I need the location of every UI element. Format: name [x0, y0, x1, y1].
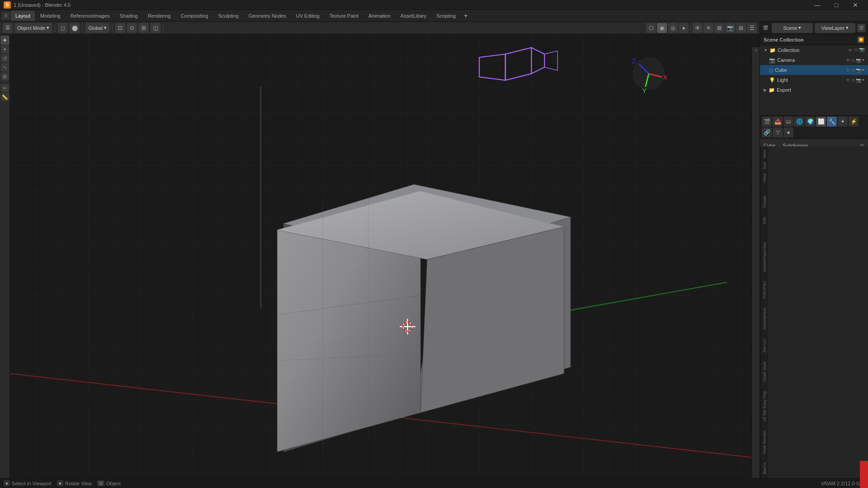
- maximize-button[interactable]: □: [827, 0, 845, 10]
- minimize-button[interactable]: —: [808, 0, 826, 10]
- rendered-button[interactable]: ●: [679, 23, 689, 33]
- light-eye-icon[interactable]: 👁: [846, 78, 850, 83]
- tool-label[interactable]: Tool: [761, 160, 768, 172]
- tab-sculpting[interactable]: Sculpting: [214, 11, 243, 21]
- view-prop-icon[interactable]: 🗂: [784, 117, 793, 127]
- item-label[interactable]: Item: [761, 148, 768, 160]
- light-sel-icon[interactable]: ⊙: [851, 78, 855, 83]
- select-icon[interactable]: ⊙: [854, 47, 858, 53]
- canvas-area[interactable]: Objects 3 Vertices 3,458 Edges 6,912 Fac…: [10, 34, 760, 478]
- lock-button[interactable]: ⊠: [714, 23, 724, 33]
- measure-tool[interactable]: 📏: [1, 93, 9, 101]
- barco-label[interactable]: BarCo: [761, 461, 768, 476]
- light-item[interactable]: 💡 Light 👁 ⊙ 📷 ●: [760, 75, 868, 85]
- tab-layout[interactable]: Layout: [11, 11, 35, 21]
- eye-icon[interactable]: 👁: [847, 47, 854, 53]
- camera-sel-icon[interactable]: ⊙: [851, 58, 855, 63]
- camera-view-button[interactable]: 📷: [725, 23, 735, 33]
- view-layer-button[interactable]: ViewLayer ▾: [815, 23, 856, 33]
- camera-eye-icon[interactable]: 👁: [846, 58, 850, 63]
- render-button[interactable]: ☰: [747, 23, 757, 33]
- tab-referenceimages[interactable]: ReferenceImages: [66, 11, 114, 21]
- tab-modeling[interactable]: Modeling: [36, 11, 65, 21]
- atmosphere-label[interactable]: Atmosphere: [761, 306, 768, 332]
- move-tool[interactable]: ✦: [1, 45, 9, 53]
- camera-render-icon[interactable]: 📷: [856, 58, 861, 63]
- close-button-vp[interactable]: ✕: [704, 23, 713, 33]
- data-prop-icon[interactable]: ▽: [773, 127, 783, 137]
- filter-icon[interactable]: 🔽: [857, 36, 864, 43]
- show-overlay-button[interactable]: ⊞: [139, 23, 149, 33]
- all-tab-label[interactable]: All Tab Easy Fog: [761, 389, 768, 423]
- scene-button[interactable]: Scene ▾: [772, 23, 813, 33]
- hamburger-icon[interactable]: ☰: [2, 12, 10, 20]
- output-prop-icon[interactable]: 📤: [773, 117, 783, 127]
- tab-uv-editing[interactable]: UV Editing: [291, 11, 324, 21]
- tab-animation[interactable]: Animation: [364, 11, 395, 21]
- render-vis-icon[interactable]: 📷: [859, 47, 864, 53]
- scale-tool[interactable]: ⤡: [1, 63, 9, 71]
- particles-prop-icon[interactable]: ✦: [838, 117, 848, 127]
- collection-item[interactable]: ▼ 📁 Collection 👁 ⊙ 📷: [760, 45, 868, 55]
- bc-subdivision[interactable]: Subdivision: [783, 143, 808, 147]
- wireframe-button[interactable]: ⬡: [646, 23, 656, 33]
- export-item[interactable]: ▶ 📁 Export: [760, 85, 868, 95]
- scene-view-button[interactable]: 👁: [693, 23, 703, 33]
- cube-render-icon[interactable]: 📷: [856, 68, 861, 73]
- modifier-prop-icon[interactable]: 🔧: [827, 117, 837, 127]
- constraints-prop-icon[interactable]: 🔗: [762, 127, 772, 137]
- xray-button[interactable]: ◫: [150, 23, 160, 33]
- solid-button[interactable]: ◉: [657, 23, 667, 33]
- bc-cube[interactable]: Cube: [764, 143, 775, 147]
- view-layer-arrow: ▾: [846, 25, 849, 31]
- render-icon-button[interactable]: ☰: [857, 24, 865, 32]
- tab-rendering[interactable]: Rendering: [143, 11, 175, 21]
- grid-button[interactable]: ⊞: [736, 23, 746, 33]
- tab-compositing[interactable]: Compositing: [176, 11, 213, 21]
- zen-uv-label[interactable]: Zen UV: [761, 337, 768, 355]
- cube-eye-icon[interactable]: 👁: [846, 68, 850, 73]
- cube-item[interactable]: ◻ Cube 👁 ⊙ 📷 ●: [760, 65, 868, 75]
- object-mode-dropdown[interactable]: Object Mode ▾: [14, 23, 52, 33]
- chalk-style-label[interactable]: Chalk Style: [761, 360, 768, 384]
- light-item-icons: 👁 ⊙ 📷 ●: [846, 78, 864, 83]
- tab-scripting[interactable]: Scripting: [432, 11, 460, 21]
- n-panel-toggle[interactable]: N: [754, 49, 758, 52]
- scene-prop-icon[interactable]: 🌐: [794, 117, 804, 127]
- bc-edit-icon[interactable]: ✏: [860, 142, 864, 146]
- snap-button[interactable]: ⊡: [115, 23, 125, 33]
- material-prop-icon[interactable]: ●: [784, 127, 793, 137]
- header-menu-button[interactable]: ☰: [3, 23, 13, 33]
- proportional-button[interactable]: ⊙: [127, 23, 137, 33]
- cube-sel-icon[interactable]: ⊙: [851, 68, 855, 73]
- scene-props-label[interactable]: SceneProperties: [761, 240, 768, 274]
- viewport[interactable]: ☰ Object Mode ▾ ◻ ⬤ Global ▾ ⊡ ⊙ ⊞ ◫ ⬡ ◉: [0, 22, 760, 478]
- create-label[interactable]: Create: [761, 194, 768, 210]
- tab-shading[interactable]: Shading: [115, 11, 142, 21]
- add-tab-button[interactable]: +: [461, 11, 470, 20]
- object-icon-button[interactable]: ◻: [58, 23, 68, 33]
- transform-tool[interactable]: ⊞: [1, 72, 9, 80]
- cursor-tool[interactable]: ✛: [1, 36, 9, 44]
- close-button[interactable]: ✕: [846, 0, 864, 10]
- view-label[interactable]: View: [761, 172, 768, 184]
- annotate-tool[interactable]: ✏: [1, 84, 9, 92]
- pixel-render-label[interactable]: Pixel Render: [761, 429, 768, 456]
- camera-item[interactable]: 📷 Camera 👁 ⊙ 📷 ●: [760, 55, 868, 65]
- tab-assetlibary[interactable]: AssetLibary: [396, 11, 431, 21]
- edit-label[interactable]: Edit: [761, 215, 768, 226]
- global-dropdown[interactable]: Global ▾: [85, 23, 109, 33]
- render-prop-icon[interactable]: 🎬: [762, 117, 772, 127]
- tab-texture-paint[interactable]: Texture Paint: [325, 11, 363, 21]
- material-button[interactable]: ◎: [668, 23, 678, 33]
- world-prop-icon[interactable]: 🌍: [805, 117, 815, 127]
- viewport-3d[interactable]: X Y Z: [10, 34, 760, 478]
- rotate-tool[interactable]: ↺: [1, 54, 9, 62]
- scene-icon: 🎬: [763, 25, 768, 30]
- vert-select-button[interactable]: ⬤: [70, 23, 80, 33]
- physics-prop-icon[interactable]: ⚡: [849, 117, 859, 127]
- psk-psa-label[interactable]: PSK/PSA: [761, 279, 768, 300]
- object-prop-icon[interactable]: ⬜: [816, 117, 826, 127]
- tab-geometry-nodes[interactable]: Geometry Nodes: [244, 11, 291, 21]
- light-render-icon[interactable]: 📷: [856, 78, 861, 83]
